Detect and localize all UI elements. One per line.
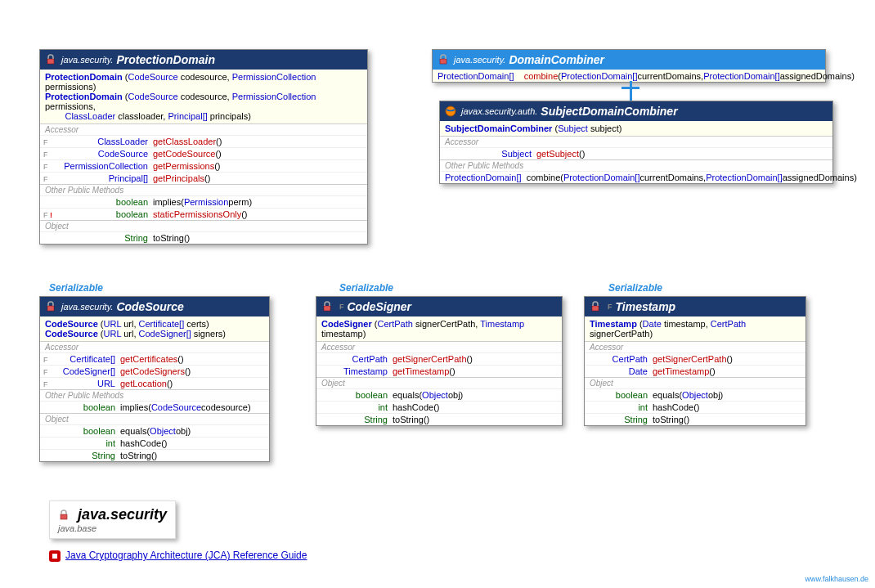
class-package: java.security.	[454, 55, 505, 65]
constructors: CodeSource (URL url, Certificate[] certs…	[40, 316, 269, 341]
class-header: java.security. CodeSource	[40, 297, 269, 316]
method-row: ProtectionDomain[] combine (ProtectionDo…	[433, 70, 825, 82]
class-header: javax.security.auth. SubjectDomainCombin…	[440, 101, 832, 121]
section-accessor: Accessor	[440, 136, 832, 147]
constructors: CodeSigner (CertPath signerCertPath, Tim…	[316, 316, 562, 341]
lock-icon	[45, 54, 56, 65]
f-marker: F	[608, 303, 612, 311]
connector-line	[621, 87, 639, 89]
svg-rect-4	[324, 306, 330, 311]
method-row: FCodeSigner[]getCodeSigners ()	[40, 365, 269, 377]
oracle-icon	[49, 550, 61, 562]
package-title-box: java.security java.base	[49, 500, 176, 539]
package-title: java.security	[58, 506, 167, 523]
serializable-label[interactable]: Serializable	[339, 282, 393, 294]
method-row: booleanequals (Object obj)	[585, 388, 805, 401]
class-header: java.security. DomainCombiner	[433, 50, 825, 70]
lock-icon	[590, 301, 601, 312]
method-row: StringtoString ()	[585, 413, 805, 425]
section-accessor: Accessor	[40, 341, 269, 352]
method-row: StringtoString ()	[40, 231, 367, 244]
class-header: F CodeSigner	[316, 297, 562, 316]
method-row: booleanimplies (CodeSource codesource)	[40, 401, 269, 413]
method-row: FURLgetLocation ()	[40, 377, 269, 389]
class-package: java.security.	[61, 302, 113, 312]
method-row: booleanimplies (Permission perm)	[40, 195, 367, 208]
section-other: Other Public Methods	[40, 184, 367, 195]
class-domain-combiner: java.security. DomainCombiner Protection…	[432, 49, 826, 83]
class-header: F Timestamp	[585, 297, 805, 316]
serializable-label[interactable]: Serializable	[49, 282, 103, 294]
method-row: inthashCode ()	[40, 437, 269, 449]
method-row: FCertificate[]getCertificates ()	[40, 352, 269, 365]
module-name: java.base	[58, 523, 167, 533]
method-row: FPermissionCollectiongetPermissions ()	[40, 159, 367, 172]
method-row: StringtoString ()	[316, 413, 562, 425]
section-accessor: Accessor	[40, 123, 367, 135]
method-row: CertPathgetSignerCertPath ()	[585, 352, 805, 365]
section-accessor: Accessor	[316, 341, 562, 352]
method-row: SubjectgetSubject ()	[440, 147, 832, 159]
class-protection-domain: java.security. ProtectionDomain Protecti…	[39, 49, 368, 245]
method-row: booleanequals (Object obj)	[316, 388, 562, 401]
section-object: Object	[40, 413, 269, 424]
class-name: Timestamp	[616, 300, 676, 313]
method-row: StringtoString ()	[40, 449, 269, 461]
svg-rect-6	[61, 514, 67, 519]
method-row: booleanequals (Object obj)	[40, 424, 269, 437]
section-other: Other Public Methods	[40, 389, 269, 401]
lock-icon	[58, 508, 73, 523]
constructors: Timestamp (Date timestamp, CertPath sign…	[585, 316, 805, 341]
method-row: ProtectionDomain[] combine (ProtectionDo…	[440, 171, 832, 183]
class-timestamp: F Timestamp Timestamp (Date timestamp, C…	[584, 296, 806, 426]
method-row: inthashCode ()	[316, 401, 562, 413]
class-name: DomainCombiner	[509, 53, 604, 66]
section-object: Object	[316, 377, 562, 388]
section-object: Object	[40, 220, 367, 231]
method-row: TimestampgetTimestamp ()	[316, 365, 562, 377]
method-row: CertPathgetSignerCertPath ()	[316, 352, 562, 365]
class-package: java.security.	[61, 55, 113, 65]
lock-icon	[321, 301, 333, 312]
method-row: DategetTimestamp ()	[585, 365, 805, 377]
method-row: FCodeSourcegetCodeSource ()	[40, 147, 367, 159]
lock-icon	[438, 54, 449, 65]
svg-rect-5	[592, 306, 599, 311]
class-header: java.security. ProtectionDomain	[40, 50, 367, 70]
class-name: SubjectDomainCombiner	[541, 105, 677, 118]
lock-icon	[45, 301, 56, 312]
class-subject-domain-combiner: javax.security.auth. SubjectDomainCombin…	[439, 101, 833, 184]
method-row: FClassLoadergetClassLoader ()	[40, 135, 367, 147]
f-marker: F	[339, 303, 344, 311]
svg-rect-3	[47, 306, 54, 311]
serializable-label[interactable]: Serializable	[608, 282, 662, 294]
svg-rect-1	[440, 59, 446, 64]
class-name: CodeSigner	[348, 300, 412, 313]
class-code-signer: F CodeSigner CodeSigner (CertPath signer…	[316, 296, 563, 426]
class-name: CodeSource	[116, 300, 183, 313]
method-row: F !booleanstaticPermissionsOnly ()	[40, 208, 367, 220]
svg-rect-0	[47, 59, 54, 64]
class-code-source: java.security. CodeSource CodeSource (UR…	[39, 296, 270, 462]
section-other: Other Public Methods	[440, 159, 832, 171]
globe-icon	[445, 105, 456, 117]
class-name: ProtectionDomain	[116, 53, 215, 66]
reference-link[interactable]: Java Cryptography Architecture (JCA) Ref…	[49, 550, 307, 562]
class-package: javax.security.auth.	[461, 106, 537, 116]
method-row: FPrincipal[]getPrincipals ()	[40, 172, 367, 184]
constructors: SubjectDomainCombiner (Subject subject)	[440, 121, 832, 136]
watermark: www.falkhausen.de	[805, 575, 868, 583]
constructors: ProtectionDomain (CodeSource codesource,…	[40, 70, 367, 123]
section-object: Object	[585, 377, 805, 388]
connector-line	[630, 81, 632, 101]
method-row: inthashCode ()	[585, 401, 805, 413]
section-accessor: Accessor	[585, 341, 805, 352]
